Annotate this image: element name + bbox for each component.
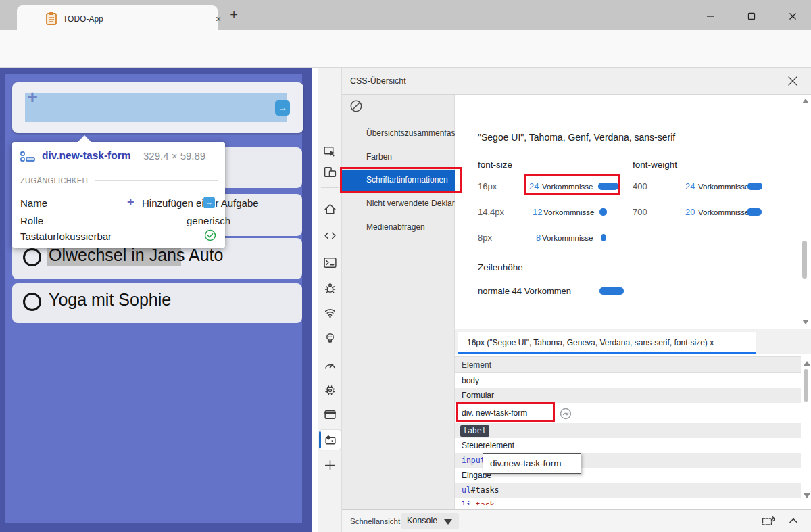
rail-divider <box>321 187 339 188</box>
detail-tab-row: 16px ("Segoe UI", Tahoma, Geneva, Verdan… <box>455 329 811 354</box>
tab-title: TODO-App <box>63 14 103 24</box>
scroll-down-arrow[interactable] <box>804 493 810 498</box>
network-icon[interactable] <box>323 306 337 320</box>
task-label: Yoga mit Sophie <box>49 290 171 310</box>
console-icon[interactable] <box>323 256 337 270</box>
a11y-name-label: Name <box>20 197 47 209</box>
table-header-row: Element <box>455 356 801 373</box>
scroll-up-arrow[interactable] <box>802 99 809 103</box>
occurrence-count-link[interactable]: 24 <box>685 181 695 191</box>
tab-close-icon[interactable]: × <box>212 12 225 26</box>
occurrence-word: Vorkommnisse <box>542 183 593 191</box>
window-close-button[interactable] <box>783 5 803 27</box>
browser-window: TODO-App × + https://microsofted <box>0 0 811 532</box>
panel-title: CSS-Übersicht <box>350 76 406 86</box>
occurrence-count-link[interactable]: 20 <box>685 207 695 217</box>
clear-overview-icon[interactable] <box>349 99 364 114</box>
table-row-new-task-form[interactable]: div. new-task-form <box>455 403 801 423</box>
occurrence-bar <box>747 208 762 216</box>
inspect-tooltip: div.new-task-form 329.4 × 59.89 ZUGÄNGLI… <box>12 142 225 248</box>
css-overview-header: CSS-Übersicht <box>342 68 811 95</box>
elements-code-icon[interactable] <box>323 228 337 243</box>
occurrence-count-link[interactable]: 8 <box>536 233 541 243</box>
accessibility-section: ZUGÄNGLICHKEIT <box>20 176 218 185</box>
inspect-element-icon[interactable] <box>323 145 337 159</box>
table-row[interactable]: Formular <box>455 388 801 403</box>
sidebar-item-font-info-label: Schriftartinformationen <box>366 175 448 185</box>
new-tab-button[interactable]: + <box>226 7 242 23</box>
task-checkbox[interactable] <box>23 293 41 311</box>
detail-tab[interactable]: 16px ("Segoe UI", Tahoma, Geneva, Verdan… <box>458 332 756 354</box>
scroll-up-arrow[interactable] <box>804 361 810 366</box>
quick-view-dropdown[interactable]: Konsole <box>401 513 459 529</box>
window-maximize-button[interactable] <box>741 5 762 27</box>
table-header-element: Element <box>462 360 491 370</box>
font-weight-title: font-weight <box>633 160 677 170</box>
occurrence-word: Vorkommnisse <box>698 208 749 216</box>
occurrence-word: Vorkommnisse <box>543 208 594 216</box>
issues-lightbulb-icon[interactable] <box>323 331 337 345</box>
tab-todo-app[interactable]: TODO-App × <box>17 5 218 30</box>
reveal-in-elements-icon[interactable] <box>560 408 572 420</box>
table-row-clipped[interactable]: li.task <box>455 498 801 505</box>
font-size-value: 8px <box>478 233 492 243</box>
submit-task-button[interactable]: → <box>275 100 290 116</box>
quick-view-statusbar: Schnellansicht Konsole <box>342 509 811 532</box>
css-overview-tool-selected[interactable] <box>320 430 341 450</box>
task-checkbox[interactable] <box>23 248 41 266</box>
scrollbar-thumb[interactable] <box>804 369 808 402</box>
device-emulation-icon[interactable] <box>323 165 337 179</box>
occurrence-count-link[interactable]: 12 <box>533 207 542 217</box>
row-element-text: Steuerelement <box>462 441 514 450</box>
clipboard-favicon-icon <box>45 11 57 25</box>
selected-tool-indicator <box>319 431 321 448</box>
table-row[interactable]: Steuerelement <box>455 438 801 453</box>
table-row[interactable]: ul#tasks <box>455 483 801 498</box>
plus-icon: + <box>127 195 134 210</box>
occurrence-word: Vorkommnisse <box>542 234 593 242</box>
sidebar-item-colors[interactable]: Farben <box>366 152 392 162</box>
occurrence-bar <box>598 183 618 190</box>
focusable-check-icon <box>204 229 216 241</box>
a11y-name-value: Hinzufügen einer Aufgabe <box>142 197 259 209</box>
font-size-value: 16px <box>478 181 497 191</box>
add-tool-plus-icon[interactable] <box>323 458 337 473</box>
table-row-label[interactable]: label <box>455 423 801 438</box>
label-element-chip: label <box>460 425 489 437</box>
font-size-value: 14.4px <box>478 207 504 217</box>
memory-chip-icon[interactable] <box>323 383 337 397</box>
row-element-tag: input <box>462 456 485 465</box>
a11y-role-value: generisch <box>187 215 230 226</box>
line-height-row: normale 44 Vorkommen <box>478 286 571 296</box>
font-info-content: "Segoe UI", Tahoma, Genf, Verdana, sans-… <box>455 95 811 510</box>
dock-side-icon[interactable] <box>761 514 777 528</box>
occurrence-bar <box>601 234 606 241</box>
window-minimize-button[interactable] <box>700 5 720 27</box>
home-icon[interactable] <box>323 202 337 216</box>
occurrence-bar <box>599 208 607 216</box>
section-divider <box>95 180 218 181</box>
table-row[interactable]: body <box>455 373 801 388</box>
task-card-yoga[interactable]: Yoga mit Sophie <box>12 283 302 323</box>
row-element-text: body <box>462 376 479 385</box>
submit-arrow-icon: → <box>203 197 215 208</box>
sidebar-divider <box>342 120 455 120</box>
dropdown-arrow-icon <box>444 519 452 525</box>
quick-view-dropdown-value: Konsole <box>407 516 437 525</box>
scrollbar-thumb[interactable] <box>802 241 807 279</box>
occurrence-count-link[interactable]: 24 <box>529 181 539 191</box>
devtools-close-icon[interactable] <box>786 74 800 88</box>
sidebar-item-media-queries[interactable]: Medienabfragen <box>366 222 425 232</box>
scroll-down-arrow[interactable] <box>802 320 809 324</box>
new-task-input[interactable] <box>25 93 287 122</box>
performance-gauge-icon[interactable] <box>323 358 337 372</box>
expand-chevron-icon[interactable] <box>788 516 799 525</box>
debugger-bug-icon[interactable] <box>323 281 337 295</box>
a11y-role-label: Rolle <box>20 215 43 226</box>
page-scrollbar-gutter[interactable] <box>312 68 318 532</box>
browser-toolbar: https://microsoftedge.github.io/Demos/de… <box>0 30 811 68</box>
element-badge-icon <box>20 151 35 162</box>
application-window-icon[interactable] <box>323 408 337 422</box>
font-weight-value: 700 <box>633 207 647 217</box>
row-element-text: Formular <box>462 391 494 400</box>
